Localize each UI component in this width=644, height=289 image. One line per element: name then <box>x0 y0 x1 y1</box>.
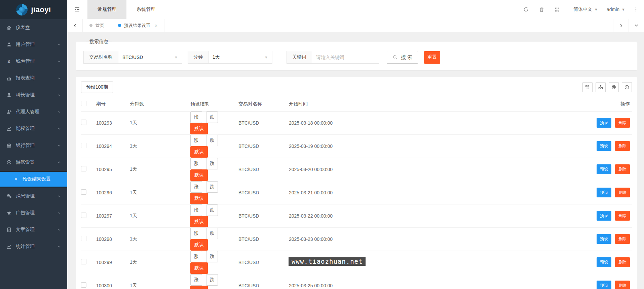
preset-action-button[interactable]: 预设 <box>597 211 611 221</box>
clear-cache-button[interactable] <box>534 0 549 19</box>
game-settings-submenu: ▼ 预设结果设置 <box>0 171 67 188</box>
tabs-scroll-left-button[interactable] <box>67 19 83 32</box>
fold-menu-button[interactable] <box>67 0 87 19</box>
row-checkbox[interactable] <box>81 143 86 148</box>
cell-start: 2025-03-23 00:00:00 <box>289 227 586 251</box>
sidebar-item-section-chief[interactable]: 科长管理 <box>0 87 67 103</box>
page-tab-preset-results[interactable]: 预设结果设置 × <box>111 19 164 32</box>
delete-action-button[interactable]: 删除 <box>615 141 630 151</box>
search-button[interactable]: 搜 索 <box>387 51 418 64</box>
delete-action-button[interactable]: 删除 <box>615 188 630 197</box>
sidebar-subitem-preset-results[interactable]: ▼ 预设结果设置 <box>0 172 67 187</box>
minute-select[interactable]: 1天 ▼ <box>209 51 272 64</box>
fall-button[interactable]: 跌 <box>206 274 218 286</box>
default-button[interactable]: 默认 <box>190 239 208 251</box>
top-tab-general[interactable]: 常规管理 <box>87 0 126 19</box>
sidebar-item-users[interactable]: 用户管理 <box>0 36 67 53</box>
sidebar-item-wallet[interactable]: ¥ 钱包管理 <box>0 53 67 70</box>
reset-button[interactable]: 重置 <box>424 51 440 64</box>
sidebar-item-label: 期权管理 <box>16 126 35 132</box>
fall-button[interactable]: 跌 <box>206 251 218 262</box>
fullscreen-button[interactable] <box>549 0 565 19</box>
default-button[interactable]: 默认 <box>190 169 208 181</box>
tabs-scroll-right-button[interactable] <box>613 19 629 32</box>
delete-action-button[interactable]: 删除 <box>615 234 630 244</box>
sidebar-item-articles[interactable]: 文章管理 <box>0 221 67 238</box>
rise-button[interactable]: 涨 <box>190 111 202 123</box>
preset-action-button[interactable]: 预设 <box>597 141 611 151</box>
refresh-button[interactable] <box>518 0 534 19</box>
sidebar-item-ads[interactable]: 广告管理 <box>0 204 67 221</box>
preset-action-button[interactable]: 预设 <box>597 257 611 267</box>
row-checkbox[interactable] <box>81 166 86 171</box>
info-button[interactable] <box>622 82 632 92</box>
page-tab-home[interactable]: 首页 <box>83 19 111 32</box>
fall-button[interactable]: 跌 <box>206 228 218 239</box>
row-checkbox[interactable] <box>81 236 86 241</box>
preset-action-button[interactable]: 预设 <box>597 118 611 128</box>
top-tab-system[interactable]: 系统管理 <box>126 0 165 19</box>
sidebar-item-options[interactable]: 期权管理 <box>0 120 67 137</box>
print-button[interactable] <box>609 82 619 92</box>
rise-button[interactable]: 涨 <box>190 158 202 169</box>
user-dropdown[interactable]: admin ▼ <box>607 7 625 12</box>
close-tab-icon[interactable]: × <box>155 23 157 28</box>
preset-action-button[interactable]: 预设 <box>597 234 611 244</box>
sidebar-item-agents[interactable]: 代理人管理 <box>0 103 67 120</box>
tabs-menu-button[interactable] <box>629 19 644 32</box>
fall-button[interactable]: 跌 <box>206 181 218 193</box>
search-button-label: 搜 索 <box>401 54 412 61</box>
sidebar-item-dashboard[interactable]: 仪表盘 <box>0 19 67 36</box>
pair-select-group: 交易对名称 BTC/USD ▼ <box>83 51 182 64</box>
sidebar-item-reports[interactable]: 报表查询 <box>0 70 67 87</box>
preset-action-button[interactable]: 预设 <box>597 164 611 174</box>
row-checkbox[interactable] <box>81 213 86 218</box>
pair-select[interactable]: BTC/USD ▼ <box>118 51 182 64</box>
cell-issue: 100295 <box>96 158 130 181</box>
default-button[interactable]: 默认 <box>190 216 208 227</box>
more-menu-button[interactable] <box>633 6 639 12</box>
filter-columns-button[interactable] <box>582 82 593 92</box>
rise-button[interactable]: 涨 <box>190 204 202 216</box>
columns-grid-icon <box>585 85 590 90</box>
delete-action-button[interactable]: 删除 <box>615 257 630 267</box>
language-dropdown[interactable]: 简体中文 ▼ <box>573 6 598 12</box>
cell-pair: BTC/USD <box>238 111 289 134</box>
rise-button[interactable]: 涨 <box>190 274 202 286</box>
delete-action-button[interactable]: 删除 <box>615 164 630 174</box>
preset-100-button[interactable]: 预设100期 <box>81 82 113 93</box>
keyword-label: 关键词 <box>287 51 312 64</box>
sidebar-item-game-settings[interactable]: 游戏设置 <box>0 154 67 171</box>
delete-action-button[interactable]: 删除 <box>615 281 630 289</box>
export-button[interactable] <box>596 82 606 92</box>
default-button[interactable]: 默认 <box>190 123 208 134</box>
table-row: 100294 1天 涨 跌 默认 BTC/USD 2025-03-19 00:0… <box>81 134 632 158</box>
sidebar-item-bank[interactable]: 银行管理 <box>0 137 67 154</box>
default-button[interactable]: 默认 <box>190 193 208 204</box>
fall-button[interactable]: 跌 <box>206 135 218 146</box>
sidebar-item-statistics[interactable]: 统计管理 <box>0 238 67 255</box>
rise-button[interactable]: 涨 <box>190 228 202 239</box>
sidebar-item-messages[interactable]: 消息管理 <box>0 188 67 204</box>
delete-action-button[interactable]: 删除 <box>615 211 630 221</box>
delete-action-button[interactable]: 删除 <box>615 118 630 128</box>
default-button[interactable]: 默认 <box>190 286 208 289</box>
keyword-input[interactable] <box>312 51 379 64</box>
cell-start: 2025-03-25 00:00:00 <box>289 274 586 289</box>
rise-button[interactable]: 涨 <box>190 181 202 193</box>
select-all-checkbox[interactable] <box>81 101 86 106</box>
default-button[interactable]: 默认 <box>190 262 208 274</box>
row-checkbox[interactable] <box>81 120 86 125</box>
row-checkbox[interactable] <box>81 282 86 288</box>
rise-button[interactable]: 涨 <box>190 251 202 262</box>
row-checkbox[interactable] <box>81 259 86 264</box>
rise-button[interactable]: 涨 <box>190 135 202 146</box>
fall-button[interactable]: 跌 <box>206 204 218 216</box>
row-checkbox[interactable] <box>81 189 86 195</box>
preset-action-button[interactable]: 预设 <box>597 281 611 289</box>
preset-action-button[interactable]: 预设 <box>597 188 611 197</box>
fall-button[interactable]: 跌 <box>206 111 218 123</box>
fall-button[interactable]: 跌 <box>206 158 218 169</box>
default-button[interactable]: 默认 <box>190 146 208 158</box>
column-header-issue: 期号 <box>96 97 130 111</box>
